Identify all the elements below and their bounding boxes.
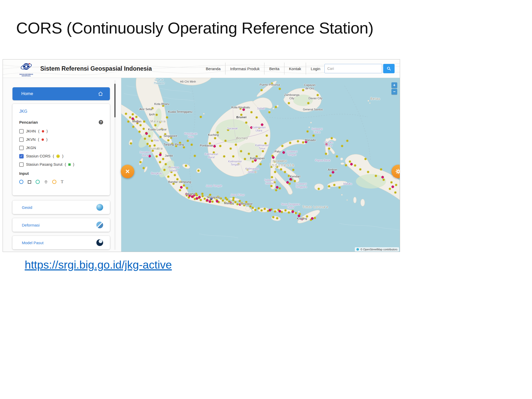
cors-station-marker[interactable] — [275, 106, 277, 108]
station-marker-pink[interactable] — [332, 171, 334, 174]
cors-station-marker[interactable] — [349, 160, 351, 163]
sidebar-item-home[interactable]: Home — [12, 87, 110, 100]
cors-station-marker[interactable] — [341, 145, 343, 147]
cors-station-marker[interactable] — [194, 155, 196, 157]
cors-station-marker[interactable] — [271, 176, 273, 178]
cors-station-marker[interactable] — [236, 203, 238, 205]
cors-station-marker[interactable] — [148, 135, 150, 137]
cors-station-marker[interactable] — [216, 131, 219, 134]
cors-station-marker[interactable] — [149, 145, 151, 147]
station-marker-pink[interactable] — [193, 194, 196, 196]
station-marker-pink[interactable] — [148, 155, 151, 157]
cors-station-marker[interactable] — [159, 161, 161, 163]
slide-link[interactable]: https://srgi.big.go.id/jkg-active — [25, 258, 172, 271]
checkbox-row[interactable]: JKGN — [19, 144, 103, 152]
cors-station-marker[interactable] — [270, 166, 273, 168]
cors-station-marker[interactable] — [240, 150, 242, 152]
cors-station-marker[interactable] — [229, 148, 232, 150]
cors-station-marker[interactable] — [179, 142, 181, 144]
cors-station-marker[interactable] — [294, 180, 296, 182]
cors-station-marker[interactable] — [245, 122, 247, 124]
cors-station-marker[interactable] — [292, 169, 295, 171]
cors-station-marker[interactable] — [255, 155, 258, 158]
checkbox[interactable]: ✓ — [19, 154, 24, 158]
cors-station-marker[interactable] — [288, 102, 290, 104]
cors-station-marker[interactable] — [171, 143, 173, 145]
cors-station-marker[interactable] — [307, 130, 309, 133]
cors-station-marker[interactable] — [251, 207, 254, 209]
station-marker-pink[interactable] — [229, 202, 232, 204]
cors-station-marker[interactable] — [142, 167, 145, 169]
cors-station-marker[interactable] — [232, 155, 234, 158]
cors-station-marker[interactable] — [164, 163, 167, 165]
cors-station-marker[interactable] — [394, 191, 397, 194]
station-marker-pink[interactable] — [242, 108, 245, 111]
checkbox[interactable] — [19, 137, 24, 142]
rectangle-tool-icon[interactable] — [28, 180, 31, 184]
station-marker-pink[interactable] — [282, 151, 285, 154]
cors-station-marker[interactable] — [207, 196, 210, 198]
cors-station-marker[interactable] — [280, 168, 282, 171]
cors-station-marker[interactable] — [338, 187, 341, 189]
cors-station-marker[interactable] — [155, 114, 158, 116]
cors-station-marker[interactable] — [203, 198, 206, 200]
cors-station-marker[interactable] — [227, 129, 229, 131]
cors-station-marker[interactable] — [274, 171, 276, 173]
cors-station-marker[interactable] — [187, 140, 189, 142]
cors-station-marker[interactable] — [243, 204, 245, 207]
cors-station-marker[interactable] — [259, 163, 262, 165]
big-logo[interactable]: BADAN INFORMASI GEOSPASIAL — [18, 61, 35, 77]
cors-station-marker[interactable] — [132, 126, 134, 128]
cors-station-marker[interactable] — [232, 197, 235, 199]
cors-station-marker[interactable] — [279, 88, 281, 90]
cors-station-marker[interactable] — [240, 114, 242, 116]
cors-station-marker[interactable] — [200, 199, 202, 201]
cors-station-marker[interactable] — [333, 184, 336, 186]
cors-station-marker[interactable] — [186, 187, 188, 189]
cors-station-marker[interactable] — [224, 140, 227, 142]
cors-station-marker[interactable] — [331, 137, 333, 139]
cors-station-marker[interactable] — [245, 201, 247, 203]
cors-station-marker[interactable] — [168, 166, 171, 169]
checkbox-row[interactable]: ✓Stasiun CORS() — [19, 152, 103, 160]
cors-station-marker[interactable] — [200, 116, 202, 118]
cors-station-marker[interactable] — [255, 116, 258, 119]
cors-station-marker[interactable] — [295, 212, 297, 214]
nav-informasi-produk[interactable]: Informasi Produk — [230, 66, 260, 71]
cors-station-marker[interactable] — [325, 153, 327, 155]
cors-station-marker[interactable] — [345, 164, 347, 167]
cors-station-marker[interactable] — [317, 94, 319, 96]
cors-station-marker[interactable] — [289, 142, 291, 144]
cors-station-marker[interactable] — [312, 135, 315, 137]
cors-station-marker[interactable] — [214, 137, 216, 139]
sidebar-item-geoid[interactable]: Geoid — [12, 201, 110, 214]
station-marker-pink[interactable] — [305, 141, 307, 143]
cors-station-marker[interactable] — [167, 176, 169, 178]
marker-tool-icon[interactable] — [44, 180, 48, 184]
station-marker-pink[interactable] — [239, 203, 241, 206]
cors-station-marker[interactable] — [212, 151, 215, 154]
cors-station-marker[interactable] — [170, 171, 172, 173]
nav-beranda[interactable]: Beranda — [206, 66, 221, 71]
sidebar-item-model-pasut[interactable]: Model Pasut — [12, 236, 110, 249]
cors-station-marker[interactable] — [248, 153, 250, 155]
zoom-out-button[interactable]: − — [391, 89, 397, 95]
cors-station-marker[interactable] — [159, 121, 161, 123]
cors-station-marker[interactable] — [153, 144, 156, 147]
sidebar-scrollbar[interactable] — [114, 84, 116, 117]
cors-station-marker[interactable] — [209, 142, 211, 144]
cors-station-marker[interactable] — [127, 121, 129, 123]
cors-station-marker[interactable] — [135, 116, 137, 118]
cors-station-marker[interactable] — [254, 209, 256, 211]
zoom-in-button[interactable]: + — [391, 82, 397, 88]
nav-kontak[interactable]: Kontak — [289, 66, 301, 71]
cors-station-marker[interactable] — [264, 142, 267, 144]
station-marker-pink[interactable] — [254, 159, 257, 162]
cors-station-marker[interactable] — [328, 148, 330, 150]
cors-station-marker[interactable] — [271, 83, 273, 85]
jkg-panel-title[interactable]: JKG — [19, 109, 103, 114]
cors-station-marker[interactable] — [172, 183, 175, 185]
nav-login[interactable]: Login — [311, 66, 320, 71]
cors-station-marker[interactable] — [174, 174, 176, 176]
cors-station-marker[interactable] — [274, 181, 276, 184]
